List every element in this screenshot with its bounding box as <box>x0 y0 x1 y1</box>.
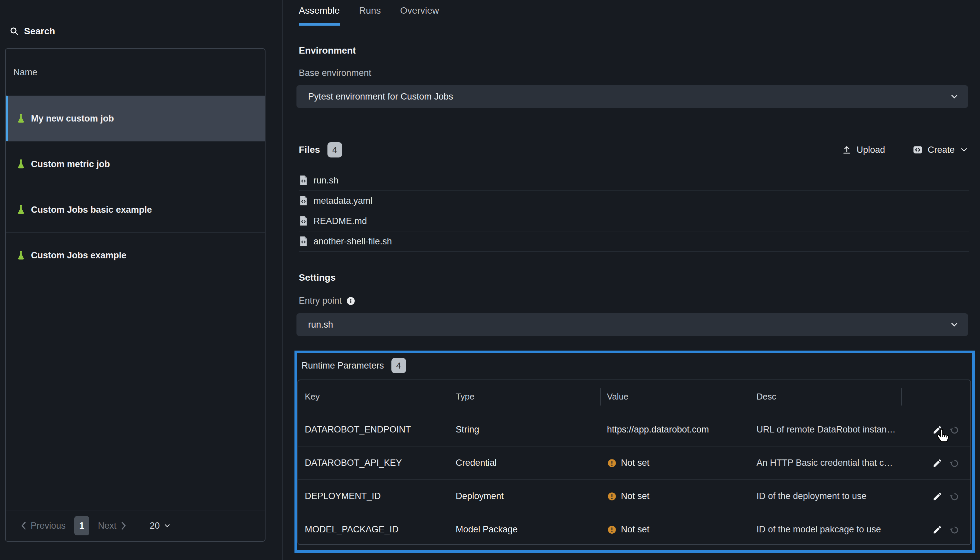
warning-icon <box>607 525 617 535</box>
file-code-icon <box>299 195 308 206</box>
pagination: Previous 1 Next 20 <box>6 510 265 541</box>
revert-icon[interactable] <box>949 458 959 468</box>
edit-icon[interactable] <box>932 458 942 468</box>
environment-heading: Environment <box>299 45 356 56</box>
flask-icon <box>17 205 25 215</box>
runtime-parameters-highlight-frame: Runtime Parameters 4 Key Type Value Desc… <box>294 351 975 553</box>
upload-button[interactable]: Upload <box>842 145 885 155</box>
param-value: Not set <box>621 524 649 535</box>
flask-icon <box>17 250 25 261</box>
edit-icon[interactable] <box>932 525 942 535</box>
search-button[interactable]: Search <box>9 23 55 39</box>
column-header-desc: Desc <box>756 392 902 402</box>
file-code-icon <box>299 216 308 227</box>
chevron-down-icon <box>163 522 171 530</box>
job-list-item[interactable]: Custom metric job <box>6 141 265 187</box>
file-list: run.sh metadata.yaml REA <box>299 170 969 252</box>
jobs-list-panel: Name My new custom job Custom metric job <box>5 48 265 542</box>
base-environment-value: Pytest environment for Custom Jobs <box>308 92 949 102</box>
edit-icon[interactable] <box>932 425 942 435</box>
file-code-icon <box>299 175 308 186</box>
chevron-down-icon <box>949 92 959 102</box>
param-desc: URL of remote DataRobot instan… <box>756 425 902 435</box>
param-type: String <box>456 425 607 435</box>
settings-heading: Settings <box>299 272 336 283</box>
param-value: Not set <box>621 458 649 468</box>
revert-icon[interactable] <box>949 492 959 502</box>
file-item[interactable]: another-shell-file.sh <box>299 232 969 252</box>
tab-overview[interactable]: Overview <box>400 0 439 26</box>
column-separator <box>600 388 601 405</box>
file-name: README.md <box>314 216 367 227</box>
edit-icon[interactable] <box>932 492 942 502</box>
job-item-label: Custom Jobs basic example <box>31 205 152 215</box>
file-item[interactable]: README.md <box>299 211 969 232</box>
column-separator <box>450 388 450 405</box>
chevron-down-icon <box>949 320 959 330</box>
search-label: Search <box>24 26 55 37</box>
file-name: metadata.yaml <box>314 196 372 206</box>
job-item-label: Custom Jobs example <box>31 250 127 261</box>
param-key: MODEL_PACKAGE_ID <box>298 524 456 535</box>
job-list-item[interactable]: Custom Jobs example <box>6 232 265 278</box>
revert-icon[interactable] <box>949 525 959 535</box>
job-item-label: Custom metric job <box>31 159 110 170</box>
page-number-button[interactable]: 1 <box>74 516 89 535</box>
entry-point-label: Entry point <box>299 296 356 306</box>
file-item[interactable]: metadata.yaml <box>299 191 969 211</box>
param-key: DATAROBOT_API_KEY <box>298 458 456 468</box>
entry-point-select[interactable]: run.sh <box>297 313 968 336</box>
warning-icon <box>607 458 617 468</box>
file-name: run.sh <box>314 175 339 186</box>
job-list-item[interactable]: My new custom job <box>6 95 265 141</box>
custom-jobs-page: Search Name My new custom job Custom me <box>0 0 980 560</box>
param-key: DEPLOYMENT_ID <box>298 491 456 502</box>
file-code-icon <box>299 236 308 247</box>
column-header-key: Key <box>298 392 456 402</box>
files-actions: Upload Create <box>842 145 969 155</box>
job-item-label: My new custom job <box>31 113 114 124</box>
files-count-badge: 4 <box>327 142 342 157</box>
param-key: DATAROBOT_ENDPOINT <box>298 425 456 435</box>
upload-icon <box>842 145 852 155</box>
param-desc: An HTTP Basic credential that c… <box>756 458 902 468</box>
file-item[interactable]: run.sh <box>299 170 969 191</box>
job-list-item[interactable]: Custom Jobs basic example <box>6 187 265 232</box>
param-value: Not set <box>621 491 649 502</box>
search-icon <box>9 26 19 36</box>
warning-icon <box>607 492 617 502</box>
revert-icon[interactable] <box>949 425 959 435</box>
create-button[interactable]: Create <box>912 145 969 155</box>
column-separator <box>751 388 751 405</box>
base-environment-label: Base environment <box>299 68 371 78</box>
files-section-header: Files 4 Upload <box>299 141 969 158</box>
table-row: MODEL_PACKAGE_ID Model Package Not set I… <box>298 513 970 545</box>
list-empty-space <box>6 278 265 510</box>
files-heading: Files <box>299 145 320 155</box>
tab-assemble[interactable]: Assemble <box>299 0 340 26</box>
code-file-icon <box>912 145 923 155</box>
param-type: Model Package <box>456 524 607 535</box>
param-type: Deployment <box>456 491 607 502</box>
previous-page-button[interactable]: Previous <box>20 521 66 531</box>
page-size-select[interactable]: 20 <box>150 521 171 531</box>
runtime-parameters-count-badge: 4 <box>391 358 406 373</box>
column-header-value: Value <box>607 392 756 402</box>
chevron-right-icon <box>120 522 127 530</box>
tab-bar: Assemble Runs Overview <box>299 0 439 26</box>
table-row: DATAROBOT_API_KEY Credential Not set An … <box>298 446 970 480</box>
runtime-parameters-heading: Runtime Parameters <box>301 360 384 371</box>
chevron-left-icon <box>20 522 27 530</box>
param-desc: ID of the model pakcage to use <box>756 524 902 535</box>
next-page-button[interactable]: Next <box>98 521 127 531</box>
base-environment-select[interactable]: Pytest environment for Custom Jobs <box>297 85 968 108</box>
flask-icon <box>17 159 25 170</box>
param-type: Credential <box>456 458 607 468</box>
tab-runs[interactable]: Runs <box>359 0 381 26</box>
param-value: https://app.datarobot.com <box>607 425 709 435</box>
info-icon[interactable] <box>346 296 356 306</box>
file-name: another-shell-file.sh <box>314 237 392 247</box>
flask-icon <box>17 113 25 124</box>
main-content: Assemble Runs Overview Environment Base … <box>293 0 980 560</box>
jobs-list-header: Name <box>6 49 265 95</box>
